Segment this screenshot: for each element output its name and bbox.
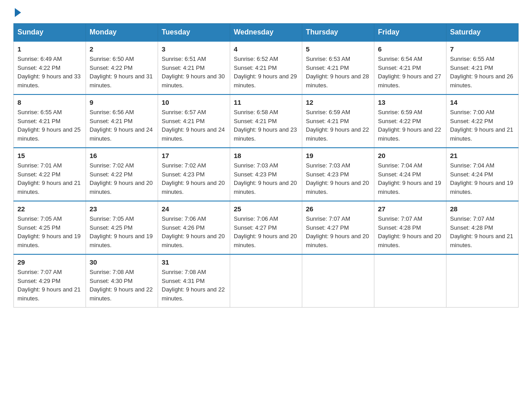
weekday-header-sunday: Sunday [14, 24, 86, 42]
day-info: Sunrise: 6:59 AMSunset: 4:21 PMDaylight:… [306, 109, 369, 142]
calendar-week-row: 8 Sunrise: 6:55 AMSunset: 4:21 PMDayligh… [14, 94, 519, 148]
day-number: 20 [378, 152, 442, 159]
day-info: Sunrise: 6:53 AMSunset: 4:21 PMDaylight:… [306, 56, 369, 89]
day-number: 12 [306, 98, 370, 106]
day-number: 4 [234, 45, 298, 53]
day-number: 15 [17, 152, 82, 159]
day-info: Sunrise: 7:04 AMSunset: 4:24 PMDaylight:… [450, 162, 513, 195]
calendar-cell: 20 Sunrise: 7:04 AMSunset: 4:24 PMDaylig… [374, 148, 446, 201]
day-number: 11 [234, 98, 298, 106]
day-info: Sunrise: 6:52 AMSunset: 4:21 PMDaylight:… [234, 56, 297, 89]
logo-arrow-icon [15, 8, 21, 17]
day-info: Sunrise: 7:07 AMSunset: 4:28 PMDaylight:… [450, 215, 513, 248]
calendar-cell: 10 Sunrise: 6:57 AMSunset: 4:21 PMDaylig… [158, 94, 230, 148]
calendar-cell: 30 Sunrise: 7:08 AMSunset: 4:30 PMDaylig… [86, 254, 158, 308]
calendar-table: SundayMondayTuesdayWednesdayThursdayFrid… [13, 23, 519, 308]
day-number: 18 [234, 152, 298, 159]
calendar-cell: 26 Sunrise: 7:07 AMSunset: 4:27 PMDaylig… [302, 201, 374, 254]
calendar-cell [230, 254, 302, 308]
day-info: Sunrise: 7:02 AMSunset: 4:23 PMDaylight:… [162, 162, 225, 195]
logo [13, 9, 21, 15]
day-number: 13 [378, 98, 442, 106]
day-info: Sunrise: 7:07 AMSunset: 4:29 PMDaylight:… [17, 269, 81, 302]
day-number: 30 [90, 258, 154, 266]
day-number: 29 [17, 258, 82, 266]
page-header [13, 9, 519, 15]
day-number: 3 [162, 45, 226, 53]
calendar-cell: 15 Sunrise: 7:01 AMSunset: 4:22 PMDaylig… [14, 148, 86, 201]
calendar-cell: 22 Sunrise: 7:05 AMSunset: 4:25 PMDaylig… [14, 201, 86, 254]
day-info: Sunrise: 7:01 AMSunset: 4:22 PMDaylight:… [17, 162, 81, 195]
calendar-cell: 25 Sunrise: 7:06 AMSunset: 4:27 PMDaylig… [230, 201, 302, 254]
day-number: 2 [90, 45, 154, 53]
calendar-cell [374, 254, 446, 308]
day-info: Sunrise: 7:08 AMSunset: 4:31 PMDaylight:… [162, 269, 225, 302]
day-number: 23 [90, 205, 154, 213]
weekday-header-tuesday: Tuesday [158, 24, 230, 42]
calendar-cell: 12 Sunrise: 6:59 AMSunset: 4:21 PMDaylig… [302, 94, 374, 148]
day-info: Sunrise: 7:00 AMSunset: 4:22 PMDaylight:… [450, 109, 513, 142]
calendar-cell: 3 Sunrise: 6:51 AMSunset: 4:21 PMDayligh… [158, 41, 230, 94]
calendar-cell: 9 Sunrise: 6:56 AMSunset: 4:21 PMDayligh… [86, 94, 158, 148]
day-info: Sunrise: 7:07 AMSunset: 4:28 PMDaylight:… [378, 215, 441, 248]
day-number: 19 [306, 152, 370, 159]
calendar-cell: 4 Sunrise: 6:52 AMSunset: 4:21 PMDayligh… [230, 41, 302, 94]
calendar-cell: 18 Sunrise: 7:03 AMSunset: 4:23 PMDaylig… [230, 148, 302, 201]
day-number: 6 [378, 45, 442, 53]
day-number: 14 [450, 98, 515, 106]
day-number: 31 [162, 258, 226, 266]
calendar-week-row: 15 Sunrise: 7:01 AMSunset: 4:22 PMDaylig… [14, 148, 519, 201]
day-info: Sunrise: 7:06 AMSunset: 4:27 PMDaylight:… [234, 215, 297, 248]
calendar-header-row: SundayMondayTuesdayWednesdayThursdayFrid… [14, 24, 519, 42]
day-info: Sunrise: 7:07 AMSunset: 4:27 PMDaylight:… [306, 215, 369, 248]
calendar-cell: 11 Sunrise: 6:58 AMSunset: 4:21 PMDaylig… [230, 94, 302, 148]
day-number: 27 [378, 205, 442, 213]
weekday-header-monday: Monday [86, 24, 158, 42]
calendar-cell: 1 Sunrise: 6:49 AMSunset: 4:22 PMDayligh… [14, 41, 86, 94]
calendar-cell: 19 Sunrise: 7:03 AMSunset: 4:23 PMDaylig… [302, 148, 374, 201]
calendar-cell: 14 Sunrise: 7:00 AMSunset: 4:22 PMDaylig… [446, 94, 519, 148]
day-number: 8 [17, 98, 82, 106]
weekday-header-thursday: Thursday [302, 24, 374, 42]
day-number: 25 [234, 205, 298, 213]
day-info: Sunrise: 6:49 AMSunset: 4:22 PMDaylight:… [17, 56, 81, 89]
calendar-cell: 6 Sunrise: 6:54 AMSunset: 4:21 PMDayligh… [374, 41, 446, 94]
day-info: Sunrise: 6:56 AMSunset: 4:21 PMDaylight:… [90, 109, 153, 142]
calendar-cell: 27 Sunrise: 7:07 AMSunset: 4:28 PMDaylig… [374, 201, 446, 254]
calendar-cell: 29 Sunrise: 7:07 AMSunset: 4:29 PMDaylig… [14, 254, 86, 308]
calendar-week-row: 1 Sunrise: 6:49 AMSunset: 4:22 PMDayligh… [14, 41, 519, 94]
calendar-cell [446, 254, 519, 308]
calendar-cell: 17 Sunrise: 7:02 AMSunset: 4:23 PMDaylig… [158, 148, 230, 201]
day-info: Sunrise: 7:08 AMSunset: 4:30 PMDaylight:… [90, 269, 153, 302]
calendar-week-row: 29 Sunrise: 7:07 AMSunset: 4:29 PMDaylig… [14, 254, 519, 308]
day-info: Sunrise: 7:05 AMSunset: 4:25 PMDaylight:… [17, 215, 81, 248]
weekday-header-saturday: Saturday [446, 24, 519, 42]
calendar-cell: 24 Sunrise: 7:06 AMSunset: 4:26 PMDaylig… [158, 201, 230, 254]
day-number: 21 [450, 152, 515, 159]
day-info: Sunrise: 6:50 AMSunset: 4:22 PMDaylight:… [90, 56, 153, 89]
day-info: Sunrise: 6:51 AMSunset: 4:21 PMDaylight:… [162, 56, 225, 89]
day-info: Sunrise: 7:06 AMSunset: 4:26 PMDaylight:… [162, 215, 225, 248]
day-info: Sunrise: 7:03 AMSunset: 4:23 PMDaylight:… [306, 162, 369, 195]
day-info: Sunrise: 6:54 AMSunset: 4:21 PMDaylight:… [378, 56, 441, 89]
weekday-header-wednesday: Wednesday [230, 24, 302, 42]
day-number: 22 [17, 205, 82, 213]
calendar-week-row: 22 Sunrise: 7:05 AMSunset: 4:25 PMDaylig… [14, 201, 519, 254]
calendar-cell: 5 Sunrise: 6:53 AMSunset: 4:21 PMDayligh… [302, 41, 374, 94]
calendar-cell: 31 Sunrise: 7:08 AMSunset: 4:31 PMDaylig… [158, 254, 230, 308]
calendar-cell: 2 Sunrise: 6:50 AMSunset: 4:22 PMDayligh… [86, 41, 158, 94]
day-number: 28 [450, 205, 515, 213]
calendar-cell: 23 Sunrise: 7:05 AMSunset: 4:25 PMDaylig… [86, 201, 158, 254]
day-number: 16 [90, 152, 154, 159]
day-number: 10 [162, 98, 226, 106]
day-info: Sunrise: 6:55 AMSunset: 4:21 PMDaylight:… [17, 109, 81, 142]
day-number: 17 [162, 152, 226, 159]
day-info: Sunrise: 6:57 AMSunset: 4:21 PMDaylight:… [162, 109, 225, 142]
calendar-cell: 8 Sunrise: 6:55 AMSunset: 4:21 PMDayligh… [14, 94, 86, 148]
day-number: 26 [306, 205, 370, 213]
calendar-cell: 16 Sunrise: 7:02 AMSunset: 4:22 PMDaylig… [86, 148, 158, 201]
calendar-cell: 21 Sunrise: 7:04 AMSunset: 4:24 PMDaylig… [446, 148, 519, 201]
day-info: Sunrise: 7:04 AMSunset: 4:24 PMDaylight:… [378, 162, 441, 195]
day-number: 5 [306, 45, 370, 53]
day-info: Sunrise: 7:02 AMSunset: 4:22 PMDaylight:… [90, 162, 153, 195]
